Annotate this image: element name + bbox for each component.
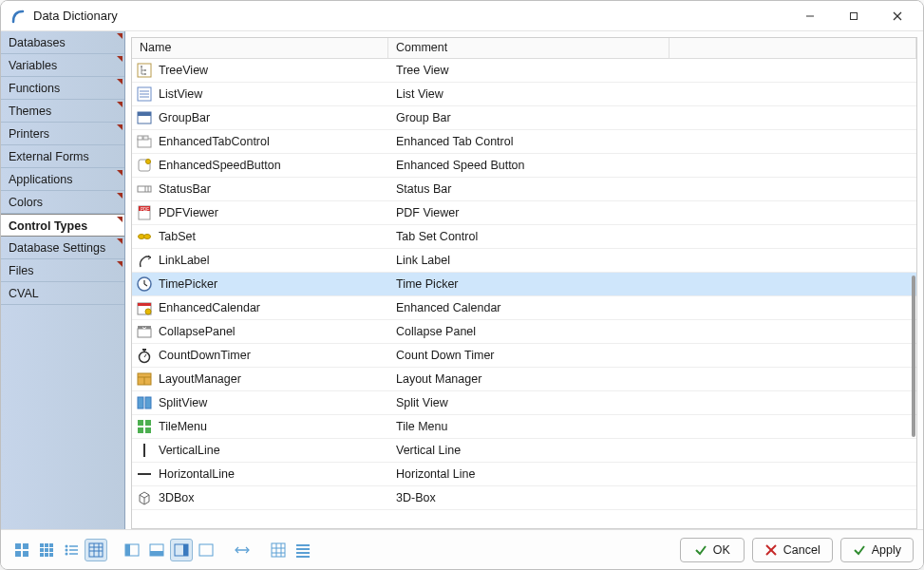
view-details-button[interactable] [85,539,107,561]
sidebar-item-databases[interactable]: Databases [1,31,124,54]
fit-width-button[interactable] [231,539,254,561]
sidebar-item-functions[interactable]: Functions [1,77,124,100]
scrollbar-thumb[interactable] [912,276,915,437]
svg-rect-36 [138,329,151,337]
table-row[interactable]: TileMenuTile Menu [132,415,916,439]
table-row[interactable]: CountDownTimerCount Down Timer [132,344,916,368]
sidebar-item-cval[interactable]: CVAL [1,282,124,305]
table-row[interactable]: EnhancedCalendarEnhanced Calendar [132,296,916,320]
table-row[interactable]: TimePickerTime Picker [132,273,916,296]
table-row[interactable]: 3DBox3D-Box [132,486,916,510]
cell-comment: Collapse Panel [388,325,916,338]
grid-body[interactable]: TreeViewTree ViewListViewList ViewGroupB… [132,59,916,528]
rows-toggle-button[interactable] [292,539,314,561]
row-comment-label: Split View [396,396,448,409]
column-header-empty[interactable] [669,38,916,58]
svg-rect-65 [49,553,53,557]
table-row[interactable]: PDFPDFViewerPDF Viewer [132,201,916,225]
fit-group [231,539,254,561]
row-name-label: 3DBox [159,491,195,504]
tabset-icon [136,228,153,245]
svg-point-70 [66,552,68,555]
row-comment-label: Layout Manager [396,372,481,386]
pdf-icon: PDF [136,204,153,221]
sidebar-item-printers[interactable]: Printers [1,123,124,145]
cell-comment: List View [388,87,916,101]
table-row[interactable]: LayoutManagerLayout Manager [132,368,916,391]
panel-left-button[interactable] [121,539,143,561]
panel-right-button[interactable] [170,539,193,561]
cell-name: LinkLabel [132,252,388,269]
svg-rect-34 [138,303,151,306]
expand-marker-icon [117,33,123,39]
footer-toolbar: OK Cancel Apply [1,529,923,569]
close-button[interactable] [876,2,919,30]
sidebar-item-database-settings[interactable]: Database Settings [1,237,124,259]
row-comment-label: Enhanced Tab Control [396,135,513,148]
svg-rect-72 [89,543,103,557]
sidebar-item-files[interactable]: Files [1,259,124,282]
cell-comment: Tab Set Control [388,230,916,243]
apply-button[interactable]: Apply [840,538,914,562]
row-comment-label: Count Down Timer [396,349,495,362]
row-name-label: SplitView [159,396,207,409]
window: Data Dictionary DatabasesVariablesFuncti… [0,0,924,570]
svg-rect-57 [40,543,44,547]
cancel-button[interactable]: Cancel [752,538,833,562]
table-row[interactable]: EnhancedTabControlEnhanced Tab Control [132,130,916,154]
sidebar-item-applications[interactable]: Applications [1,168,124,191]
row-name-label: VerticalLine [159,444,220,457]
sidebar-item-external-forms[interactable]: External Forms [1,145,124,168]
calendar-icon [136,299,153,316]
category-sidebar: DatabasesVariablesFunctionsThemesPrinter… [1,31,125,529]
table-row[interactable]: LinkLabelLink Label [132,249,916,273]
svg-point-66 [66,544,68,547]
panel-none-button[interactable] [195,539,217,561]
row-comment-label: Group Bar [396,111,451,124]
ok-button-label: OK [713,543,730,557]
svg-rect-18 [138,136,142,140]
box3d-icon [136,489,153,506]
svg-rect-64 [45,553,48,557]
view-list-button[interactable] [60,539,83,561]
hline-icon [136,466,153,483]
cell-name: VerticalLine [132,442,388,459]
minimize-button[interactable] [788,2,832,30]
sidebar-item-label: Files [9,264,33,277]
panel-bottom-button[interactable] [145,539,168,561]
row-name-label: EnhancedTabControl [159,135,270,148]
grid-toggle-button[interactable] [267,539,290,561]
sidebar-item-variables[interactable]: Variables [1,54,124,77]
column-header-name[interactable]: Name [132,38,388,58]
table-row[interactable]: TabSetTab Set Control [132,225,916,249]
sidebar-item-colors[interactable]: Colors [1,191,124,214]
table-row[interactable]: VerticalLineVertical Line [132,439,916,463]
sidebar-item-themes[interactable]: Themes [1,100,124,123]
table-row[interactable]: HorizontalLineHorizontal Line [132,463,916,486]
grid: Name Comment TreeViewTree ViewListViewLi… [131,37,917,529]
cell-comment: Split View [388,396,916,409]
apply-button-label: Apply [872,543,901,557]
ok-button[interactable]: OK [680,538,745,562]
table-row[interactable]: StatusBarStatus Bar [132,178,916,201]
table-row[interactable]: GroupBarGroup Bar [132,106,916,130]
sidebar-item-control-types[interactable]: Control Types [1,214,124,237]
svg-rect-55 [15,551,21,557]
link-icon [136,252,153,269]
cell-name: StatusBar [132,180,388,198]
row-name-label: LayoutManager [159,372,241,386]
table-row[interactable]: ListViewList View [132,83,916,106]
table-row[interactable]: CollapsePanelCollapse Panel [132,320,916,344]
view-icons-small-button[interactable] [35,539,58,561]
table-row[interactable]: EnhancedSpeedButtonEnhanced Speed Button [132,154,916,178]
table-row[interactable]: TreeViewTree View [132,59,916,83]
table-row[interactable]: SplitViewSplit View [132,391,916,415]
maximize-button[interactable] [832,2,876,30]
svg-point-35 [145,309,151,314]
row-comment-label: Enhanced Speed Button [396,159,525,172]
column-header-comment[interactable]: Comment [388,38,669,58]
clock-icon [136,276,153,293]
row-name-label: LinkLabel [159,254,210,267]
view-icons-large-button[interactable] [10,539,33,561]
cell-comment: Vertical Line [388,444,916,457]
